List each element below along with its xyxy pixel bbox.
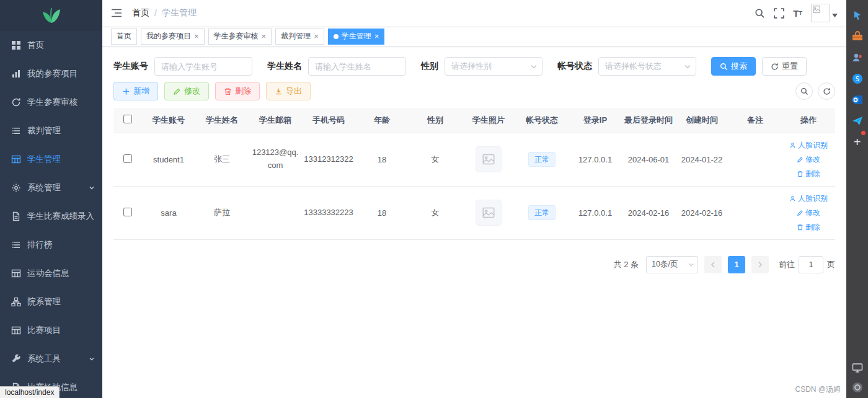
add-button[interactable]: 新增 — [113, 82, 158, 100]
sidebar-item-student-audit[interactable]: 学生参赛审核 — [0, 88, 102, 117]
close-icon[interactable]: × — [374, 32, 379, 40]
watermark-text: CSDN @汤姆 — [795, 384, 841, 395]
sidebar-item-label: 裁判管理 — [27, 125, 61, 136]
tab-home[interactable]: 首页 — [111, 29, 137, 45]
person-icon — [789, 195, 796, 202]
row-edit-link[interactable]: 修改 — [797, 208, 820, 218]
export-button[interactable]: 导出 — [266, 82, 311, 100]
filter-gender: 性别 请选择性别 — [421, 57, 542, 76]
filter-status-label: 帐号状态 — [557, 61, 592, 72]
filter-name: 学生姓名 — [267, 57, 406, 76]
account-input[interactable] — [154, 57, 252, 76]
search-button[interactable]: 搜索 — [711, 57, 756, 76]
table-header: 学生账号 学生姓名 学生邮箱 手机号码 年龄 性别 学生照片 帐号状态 登录IP… — [113, 108, 835, 133]
cell-phone: 13312312322 — [302, 133, 355, 186]
sidebar-item-department[interactable]: 院系管理 — [0, 288, 102, 316]
prev-page-button[interactable] — [704, 256, 722, 273]
col-remark: 备注 — [728, 108, 782, 133]
delete-button[interactable]: 删除 — [215, 82, 260, 100]
refresh-button[interactable] — [818, 82, 835, 100]
font-size-icon[interactable]: TT — [793, 9, 802, 18]
col-age: 年龄 — [355, 108, 409, 133]
cell-last-login: 2024-06-01 — [622, 133, 675, 186]
skype-icon[interactable]: S — [851, 72, 864, 86]
toolbox-icon[interactable] — [851, 30, 864, 43]
sidebar-item-student-management[interactable]: 学生管理 — [0, 145, 102, 174]
page-number-button[interactable]: 1 — [728, 256, 745, 273]
page-unit-label: 页 — [827, 259, 835, 270]
avatar-broken-image-icon[interactable] — [811, 4, 830, 22]
outlook-icon[interactable] — [851, 93, 864, 107]
pencil-icon — [173, 87, 181, 95]
sidebar-item-my-projects[interactable]: 我的参赛项目 — [0, 60, 102, 88]
close-icon[interactable]: × — [194, 32, 199, 40]
cell-name: 张三 — [195, 133, 249, 186]
edit-button[interactable]: 修改 — [164, 82, 209, 100]
row-select-cell — [113, 186, 142, 239]
row-checkbox[interactable] — [123, 208, 132, 216]
monitor-icon[interactable] — [851, 361, 864, 374]
gender-select[interactable]: 请选择性别 — [445, 57, 542, 76]
photo-placeholder[interactable] — [476, 146, 502, 172]
user-menu[interactable] — [811, 4, 838, 22]
cell-account: student1 — [142, 133, 195, 186]
image-icon — [482, 153, 495, 166]
sidebar-item-home[interactable]: 首页 — [0, 31, 102, 60]
cell-login-ip: 127.0.0.1 — [569, 186, 622, 239]
chevron-down-icon — [531, 64, 537, 69]
dashboard-icon — [11, 40, 21, 50]
row-edit-link[interactable]: 修改 — [797, 154, 820, 165]
sidebar-item-referee[interactable]: 裁判管理 — [0, 117, 102, 145]
breadcrumb-home[interactable]: 首页 — [132, 7, 149, 19]
sidebar-item-ranking[interactable]: 排行榜 — [0, 231, 102, 259]
page-size-select[interactable]: 10条/页 — [646, 256, 698, 273]
tab-my-projects[interactable]: 我的参赛项目 × — [141, 29, 205, 45]
tab-referee[interactable]: 裁判管理 × — [275, 29, 324, 45]
pagination-jumper: 前往 页 — [779, 256, 835, 273]
row-checkbox[interactable] — [123, 154, 132, 163]
sidebar-item-competition-events[interactable]: 比赛项目 — [0, 316, 102, 345]
sidebar-item-system-tools[interactable]: 系统工具 — [0, 345, 102, 373]
close-icon[interactable]: × — [314, 32, 319, 40]
refresh-icon — [823, 87, 831, 95]
add-sidebar-item-icon[interactable]: + — [851, 135, 864, 149]
goto-page-input[interactable] — [799, 256, 823, 273]
toggle-search-button[interactable] — [795, 82, 813, 100]
cursor-icon[interactable] — [851, 9, 864, 22]
next-page-button[interactable] — [751, 256, 769, 273]
app-root: 首页 我的参赛项目 学生参赛审核 裁判管理 学生管理 系统管理 — [0, 0, 868, 398]
name-input[interactable] — [308, 57, 406, 76]
filter-account: 学生账号 — [113, 57, 252, 76]
row-delete-link[interactable]: 删除 — [797, 222, 820, 232]
table-header-row: 学生账号 学生姓名 学生邮箱 手机号码 年龄 性别 学生照片 帐号状态 登录IP… — [113, 108, 835, 133]
caret-down-icon[interactable] — [832, 14, 838, 17]
search-icon[interactable] — [755, 8, 765, 19]
sidebar-item-system-management[interactable]: 系统管理 — [0, 174, 102, 202]
menu-fold-icon[interactable] — [111, 8, 122, 18]
select-all-cell — [113, 108, 142, 133]
workspace-icon[interactable] — [851, 381, 864, 394]
paper-plane-icon[interactable] — [851, 114, 864, 128]
face-recognition-link[interactable]: 人脸识别 — [789, 193, 828, 204]
add-button-label: 新增 — [133, 86, 149, 97]
table-icon — [11, 154, 21, 164]
photo-placeholder[interactable] — [476, 200, 502, 226]
sidebar-item-sports-meeting-info[interactable]: 运动会信息 — [0, 259, 102, 288]
tab-student-audit[interactable]: 学生参赛审核 × — [208, 29, 272, 45]
col-email: 学生邮箱 — [249, 108, 302, 133]
row-delete-link[interactable]: 删除 — [797, 169, 820, 179]
select-all-checkbox[interactable] — [123, 115, 132, 123]
cell-login-ip: 127.0.0.1 — [569, 133, 622, 186]
reset-button[interactable]: 重置 — [762, 57, 807, 76]
close-icon[interactable]: × — [262, 32, 267, 40]
sidebar-item-score-entry[interactable]: 学生比赛成绩录入 — [0, 202, 102, 231]
contacts-icon[interactable] — [851, 51, 864, 64]
status-select[interactable]: 请选择帐号状态 — [598, 57, 696, 76]
tab-student-management[interactable]: 学生管理 × — [328, 29, 385, 45]
trash-icon — [797, 224, 804, 231]
tab-label: 首页 — [117, 31, 131, 42]
top-navbar: 首页 / 学生管理 TT — [102, 0, 846, 26]
fullscreen-icon[interactable] — [774, 8, 784, 19]
face-recognition-link[interactable]: 人脸识别 — [789, 140, 828, 151]
audit-refresh-icon — [11, 97, 21, 107]
